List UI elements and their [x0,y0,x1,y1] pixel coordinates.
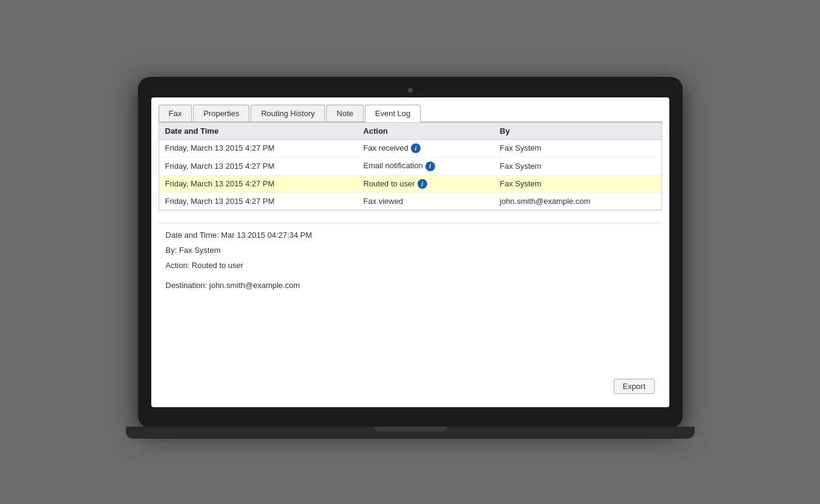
cell-by: Fax System [494,157,661,175]
export-button[interactable]: Export [614,379,655,394]
tab-bar: Fax Properties Routing History Note Even… [159,105,662,122]
detail-destination: Destination: john.smith@example.com [166,280,655,292]
tab-routing-history[interactable]: Routing History [251,105,325,122]
laptop-camera [408,88,413,93]
cell-by: john.smith@example.com [494,193,661,210]
info-icon[interactable]: i [418,179,427,189]
detail-datetime: Date and Time: Mar 13 2015 04:27:34 PM [166,229,655,242]
cell-action: Email notificationi [357,157,493,175]
cell-datetime: Friday, March 13 2015 4:27 PM [159,175,358,193]
tab-note[interactable]: Note [326,105,363,122]
detail-panel: Date and Time: Mar 13 2015 04:27:34 PM B… [159,223,662,399]
laptop-base [126,427,695,439]
cell-action: Fax receivedi [357,139,493,157]
tab-fax[interactable]: Fax [159,105,192,122]
col-header-by: By [494,123,661,140]
table-row[interactable]: Friday, March 13 2015 4:27 PMRouted to u… [159,175,661,193]
tab-properties[interactable]: Properties [193,105,249,122]
info-icon[interactable]: i [425,162,435,171]
col-header-action: Action [357,123,493,140]
detail-action: Action: Routed to user [166,260,655,272]
col-header-datetime: Date and Time [159,123,358,140]
table-row[interactable]: Friday, March 13 2015 4:27 PMFax viewedj… [159,193,661,210]
cell-datetime: Friday, March 13 2015 4:27 PM [159,193,358,210]
tab-event-log[interactable]: Event Log [365,105,421,122]
cell-datetime: Friday, March 13 2015 4:27 PM [159,157,358,175]
cell-by: Fax System [494,139,661,157]
laptop-screen: Fax Properties Routing History Note Even… [151,97,669,407]
detail-by: By: Fax System [166,244,655,257]
cell-action: Fax viewed [357,193,493,210]
cell-action: Routed to useri [357,175,493,193]
table-header-row: Date and Time Action By [159,123,661,140]
cell-by: Fax System [494,175,661,193]
cell-datetime: Friday, March 13 2015 4:27 PM [159,139,358,157]
table-row[interactable]: Friday, March 13 2015 4:27 PMFax receive… [159,139,661,157]
event-log-table-wrapper: Date and Time Action By Friday, March 13… [159,122,662,211]
info-icon[interactable]: i [411,143,421,153]
table-row[interactable]: Friday, March 13 2015 4:27 PMEmail notif… [159,157,661,175]
laptop-frame: Fax Properties Routing History Note Even… [138,77,683,428]
app-container: Fax Properties Routing History Note Even… [151,97,669,407]
event-log-table: Date and Time Action By Friday, March 13… [159,123,661,211]
